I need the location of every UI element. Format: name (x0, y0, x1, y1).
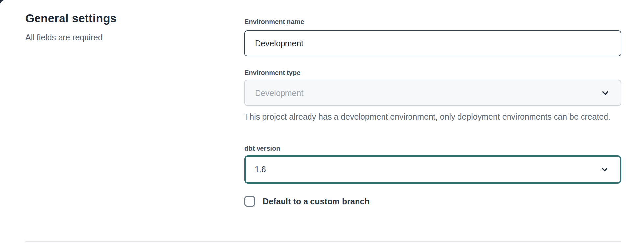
environment-name-input[interactable] (244, 30, 621, 56)
dbt-version-label: dbt version (244, 145, 280, 152)
chevron-down-icon (600, 165, 609, 174)
dbt-version-select[interactable]: 1.6 (244, 155, 621, 184)
environment-type-help-text: This project already has a development e… (244, 110, 616, 123)
custom-branch-row: Default to a custom branch (244, 196, 370, 207)
settings-card: General settings All fields are required… (0, 0, 644, 243)
custom-branch-checkbox[interactable] (244, 196, 255, 207)
environment-type-label: Environment type (244, 69, 301, 77)
environment-name-label: Environment name (244, 18, 304, 26)
custom-branch-label[interactable]: Default to a custom branch (263, 197, 370, 206)
section-intro: General settings All fields are required (25, 12, 210, 42)
environment-type-select: Development (244, 80, 621, 106)
environment-type-value: Development (255, 88, 303, 98)
chevron-down-icon (600, 88, 610, 98)
page-title: General settings (25, 12, 210, 25)
section-divider (25, 241, 621, 242)
dbt-version-value: 1.6 (255, 165, 266, 174)
page-subtitle: All fields are required (25, 33, 210, 42)
